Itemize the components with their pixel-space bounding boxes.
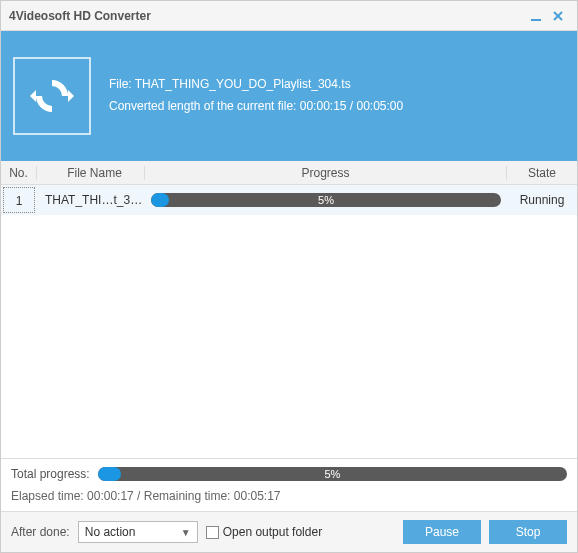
total-progress-text: 5%: [98, 467, 567, 481]
close-button[interactable]: [547, 5, 569, 27]
col-header-filename: File Name: [37, 166, 145, 180]
checkbox-box: [206, 526, 219, 539]
table-header: No. File Name Progress State: [1, 161, 577, 185]
open-output-folder-checkbox[interactable]: Open output folder: [206, 525, 322, 539]
col-header-no: No.: [1, 166, 37, 180]
elapsed-time-label: Elapsed time: 00:00:17 / Remaining time:…: [11, 489, 567, 503]
cell-state: Running: [507, 193, 577, 207]
window-title: 4Videosoft HD Converter: [9, 9, 525, 23]
table-row[interactable]: 1 THAT_THI…t_304.ts 5% Running: [1, 185, 577, 215]
row-progress-bar: 5%: [151, 193, 501, 207]
total-progress-row: Total progress: 5%: [11, 467, 567, 481]
row-progress-text: 5%: [151, 193, 501, 207]
convert-icon-box: [13, 57, 91, 135]
file-info: File: THAT_THING_YOU_DO_Playlist_304.ts …: [109, 74, 403, 117]
after-done-select[interactable]: No action ▼: [78, 521, 198, 543]
open-output-folder-label: Open output folder: [223, 525, 322, 539]
converted-length-label: Converted length of the current file: 00…: [109, 96, 403, 118]
cell-no: 1: [3, 187, 35, 213]
total-progress-bar: 5%: [98, 467, 567, 481]
cell-progress: 5%: [145, 193, 507, 207]
after-done-label: After done:: [11, 525, 70, 539]
footer-panel: Total progress: 5% Elapsed time: 00:00:1…: [1, 458, 577, 511]
col-header-state: State: [507, 166, 577, 180]
refresh-icon: [28, 72, 76, 120]
current-file-label: File: THAT_THING_YOU_DO_Playlist_304.ts: [109, 74, 403, 96]
titlebar: 4Videosoft HD Converter: [1, 1, 577, 31]
stop-button[interactable]: Stop: [489, 520, 567, 544]
minimize-button[interactable]: [525, 5, 547, 27]
table-body: 1 THAT_THI…t_304.ts 5% Running: [1, 185, 577, 458]
chevron-down-icon: ▼: [181, 527, 191, 538]
svg-marker-4: [30, 90, 36, 102]
after-done-value: No action: [85, 525, 181, 539]
action-bar: After done: No action ▼ Open output fold…: [1, 511, 577, 552]
total-progress-label: Total progress:: [11, 467, 90, 481]
app-window: 4Videosoft HD Converter File: THAT_THING…: [0, 0, 578, 553]
pause-button[interactable]: Pause: [403, 520, 481, 544]
header-panel: File: THAT_THING_YOU_DO_Playlist_304.ts …: [1, 31, 577, 161]
svg-marker-3: [68, 90, 74, 102]
cell-filename: THAT_THI…t_304.ts: [37, 193, 145, 207]
col-header-progress: Progress: [145, 166, 507, 180]
